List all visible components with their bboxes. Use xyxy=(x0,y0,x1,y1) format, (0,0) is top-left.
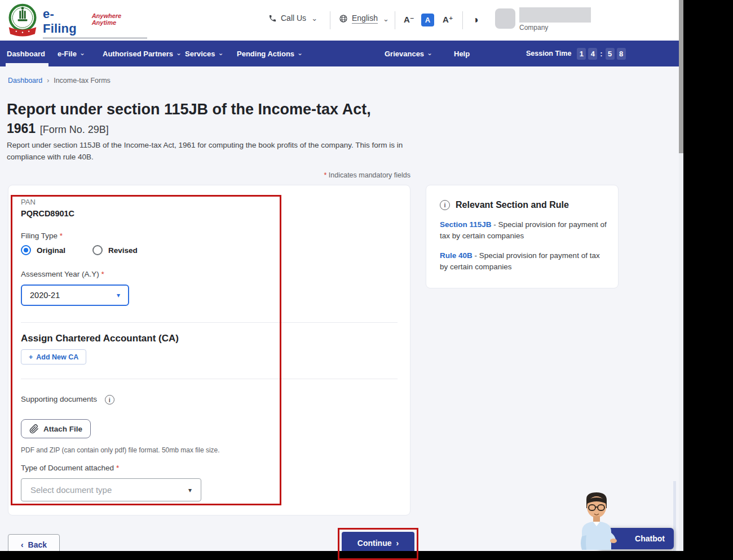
brand-tagline: Anywhere Anytime xyxy=(92,12,147,26)
brand-title: e-Filing xyxy=(43,7,88,36)
call-us-menu[interactable]: Call Us ⌄ xyxy=(268,14,317,23)
radio-circle-icon xyxy=(21,245,31,255)
page-content: e-Filing Anywhere Anytime Income Tax Dep… xyxy=(0,0,679,560)
user-type-label: Company xyxy=(519,24,548,32)
page-title-year: 1961 xyxy=(7,121,36,136)
form-card: PAN PQRCD8901C Filing Type * Original Re… xyxy=(8,185,410,515)
header-divider xyxy=(462,11,463,29)
chevron-right-icon: › xyxy=(396,539,399,548)
breadcrumb-current: Income-tax Forms xyxy=(54,77,111,85)
chevron-down-icon: ⌄ xyxy=(176,49,182,57)
breadcrumb-dashboard-link[interactable]: Dashboard xyxy=(8,77,42,85)
chevron-left-icon: ‹ xyxy=(21,540,24,549)
assessment-year-label: Assessment Year (A.Y) * xyxy=(21,270,104,278)
user-avatar[interactable] xyxy=(495,8,515,29)
required-asterisk: * xyxy=(101,270,104,278)
filing-type-radio-group: Original Revised xyxy=(21,245,138,255)
language-menu[interactable]: English ⌄ xyxy=(339,14,389,24)
font-normal-button[interactable]: A xyxy=(421,14,434,26)
caret-down-icon: ▾ xyxy=(188,486,192,494)
top-header: e-Filing Anywhere Anytime Income Tax Dep… xyxy=(0,0,679,41)
mandatory-fields-note: * Indicates mandatory fields xyxy=(226,171,410,179)
font-increase-button[interactable]: A⁺ xyxy=(443,15,453,25)
plus-icon: + xyxy=(29,353,33,361)
header-divider xyxy=(330,11,330,29)
main-navbar: Dashboard e-File ⌄ Authorised Partners ⌄… xyxy=(0,41,679,66)
session-timer: Session Time 1 4 : 5 8 xyxy=(526,41,626,66)
nav-item-help[interactable]: Help xyxy=(454,41,470,66)
chevron-down-icon: ⌄ xyxy=(80,49,85,57)
attach-file-button[interactable]: Attach File xyxy=(21,419,91,438)
session-digit: 1 xyxy=(577,48,586,60)
efiling-portal-page: e-Filing Anywhere Anytime Income Tax Dep… xyxy=(0,0,733,560)
header-divider xyxy=(395,11,395,29)
session-digit: 8 xyxy=(617,48,626,60)
session-colon: : xyxy=(599,50,603,58)
info-icon[interactable]: i xyxy=(105,395,114,405)
chevron-down-icon: ⌄ xyxy=(427,49,432,57)
page-title-line1: Report under section 115JB of the Income… xyxy=(7,100,371,119)
info-icon: i xyxy=(440,200,450,210)
nav-item-dashboard[interactable]: Dashboard xyxy=(7,41,45,66)
pan-value: PQRCD8901C xyxy=(21,209,74,218)
radio-original[interactable]: Original xyxy=(21,245,65,255)
chevron-down-icon: ⌄ xyxy=(297,49,303,57)
session-digit: 4 xyxy=(588,48,597,60)
document-type-placeholder: Select document type xyxy=(30,485,112,495)
supporting-documents-label: Supporting documents i xyxy=(21,395,114,405)
file-format-hint: PDF and ZIP (can contain only pdf) file … xyxy=(21,446,220,454)
language-label: English xyxy=(352,14,378,24)
user-name-redacted xyxy=(519,7,591,23)
rule-40b-item: Rule 40B - Special provision for payment… xyxy=(440,250,609,273)
radio-revised[interactable]: Revised xyxy=(92,245,138,255)
session-time-label: Session Time xyxy=(526,50,571,57)
scrollbar-thumb[interactable] xyxy=(679,0,683,153)
nav-item-services[interactable]: Services ⌄ xyxy=(185,41,224,66)
section-115jb-item: Section 115JB - Special provision for pa… xyxy=(440,219,609,242)
nav-item-grievances[interactable]: Grievances ⌄ xyxy=(385,41,432,66)
document-type-label: Type of Document attached * xyxy=(21,464,119,472)
page-title-form-number: [Form No. 29B] xyxy=(40,124,109,135)
contrast-toggle-icon[interactable]: ◑ xyxy=(473,15,479,25)
rule-40b-link[interactable]: Rule 40B xyxy=(440,251,473,260)
assign-ca-heading: Assign Chartered Accountant (CA) xyxy=(21,333,179,344)
nav-item-pending-actions[interactable]: Pending Actions ⌄ xyxy=(237,41,303,66)
chevron-down-icon: ⌄ xyxy=(383,15,389,23)
add-new-ca-button[interactable]: + Add New CA xyxy=(21,349,86,365)
section-divider xyxy=(21,322,398,323)
screen-black-edge-right xyxy=(683,0,733,560)
section-115jb-link[interactable]: Section 115JB xyxy=(440,220,492,229)
section-divider xyxy=(21,379,398,379)
required-asterisk: * xyxy=(116,464,119,472)
phone-icon xyxy=(268,14,277,23)
scrollbar-track[interactable] xyxy=(679,0,683,560)
breadcrumb: Dashboard › Income-tax Forms xyxy=(8,77,111,85)
chevron-down-icon: ⌄ xyxy=(218,49,224,57)
nav-item-e-file[interactable]: e-File ⌄ xyxy=(58,41,85,66)
page-title: Report under section 115JB of the Income… xyxy=(7,100,371,139)
caret-down-icon: ▾ xyxy=(117,291,120,299)
paperclip-icon xyxy=(29,424,39,434)
required-asterisk: * xyxy=(60,232,63,240)
required-asterisk: * xyxy=(324,171,326,179)
assessment-year-value: 2020-21 xyxy=(30,291,60,300)
chevron-down-icon: ⌄ xyxy=(311,14,317,23)
relevant-section-heading: i Relevant Section and Rule xyxy=(440,200,569,210)
chatbot-avatar[interactable] xyxy=(574,491,619,550)
page-description: Report under section 115JB of the Income… xyxy=(7,139,416,163)
globe-icon xyxy=(339,14,348,23)
relevant-section-card: i Relevant Section and Rule Section 115J… xyxy=(426,185,619,288)
assessment-year-select[interactable]: 2020-21 ▾ xyxy=(21,285,129,306)
income-tax-emblem-logo xyxy=(7,3,38,38)
screen-black-edge-bottom xyxy=(0,551,733,560)
filing-type-label: Filing Type * xyxy=(21,232,63,240)
pan-label: PAN xyxy=(21,198,36,206)
document-type-select[interactable]: Select document type ▾ xyxy=(21,478,201,501)
session-digit: 5 xyxy=(606,48,615,60)
nav-item-authorised-partners[interactable]: Authorised Partners ⌄ xyxy=(103,41,182,66)
call-us-label: Call Us xyxy=(281,14,306,23)
radio-circle-icon xyxy=(92,245,103,255)
breadcrumb-separator-icon: › xyxy=(47,77,49,85)
font-decrease-button[interactable]: A⁻ xyxy=(404,15,414,25)
